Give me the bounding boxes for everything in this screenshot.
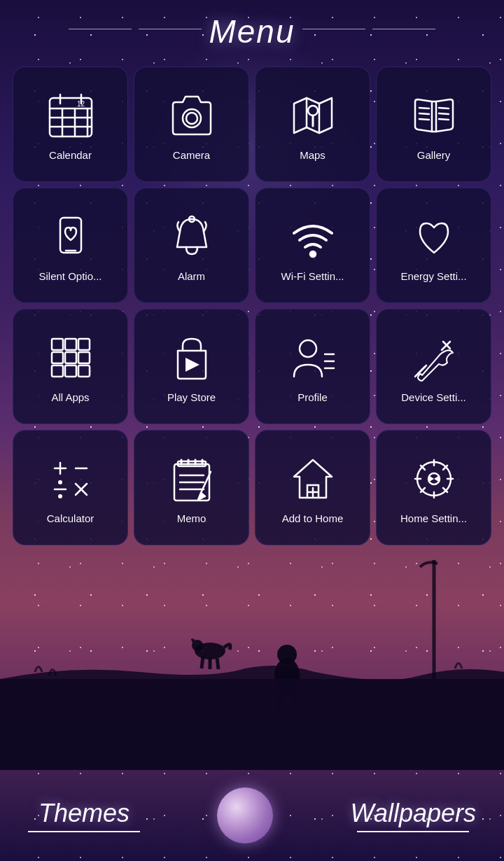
camera-label: Camera	[173, 149, 210, 162]
silent-icon	[43, 209, 99, 265]
wallpapers-underline	[357, 831, 469, 832]
gallery-app[interactable]: Gallery	[376, 66, 491, 182]
calendar-label: Calendar	[49, 149, 92, 162]
wifi-app[interactable]: Wi-Fi Settin...	[255, 188, 370, 303]
maps-icon	[285, 88, 341, 144]
alarm-app[interactable]: Alarm	[134, 188, 249, 303]
energy-label: Energy Setti...	[400, 270, 466, 283]
svg-marker-47	[186, 358, 200, 372]
title-right-line	[302, 29, 365, 29]
maps-label: Maps	[300, 149, 326, 162]
themes-underline	[28, 831, 140, 832]
main-content: Menu 12	[0, 0, 504, 861]
silent-app[interactable]: Silent Optio...	[13, 188, 128, 303]
calendar-app[interactable]: 12 Calendar	[13, 66, 128, 182]
allapps-label: All Apps	[51, 391, 89, 404]
devicesettings-app[interactable]: Device Setti...	[376, 309, 491, 424]
profile-icon	[285, 330, 341, 386]
playstore-icon	[164, 330, 220, 386]
camera-app[interactable]: Camera	[134, 66, 249, 182]
svg-rect-46	[78, 365, 90, 377]
svg-point-37	[310, 251, 316, 257]
svg-rect-44	[52, 365, 63, 377]
svg-line-30	[419, 119, 429, 120]
calculator-label: Calculator	[47, 512, 94, 525]
themes-label: Themes	[38, 799, 130, 828]
wallpapers-label: Wallpapers	[351, 799, 476, 828]
calendar-icon: 12	[43, 88, 99, 144]
add-to-home-icon	[285, 451, 341, 507]
wifi-icon	[285, 209, 341, 265]
svg-line-29	[419, 113, 429, 114]
profile-app[interactable]: Profile	[255, 309, 370, 424]
svg-line-33	[439, 119, 449, 120]
homesettings-app[interactable]: Home Settin...	[376, 430, 491, 545]
profile-label: Profile	[298, 391, 328, 404]
gallery-label: Gallery	[417, 149, 451, 162]
addtohome-app[interactable]: Add to Home	[255, 430, 370, 545]
addtohome-label: Add to Home	[282, 512, 344, 525]
gallery-icon	[406, 88, 462, 144]
moon-button[interactable]	[217, 788, 273, 844]
memo-icon	[164, 451, 220, 507]
devicesettings-label: Device Setti...	[401, 391, 466, 404]
svg-point-60	[58, 480, 62, 484]
wallpapers-button[interactable]: Wallpapers	[351, 799, 476, 832]
svg-point-48	[300, 340, 316, 357]
allapps-icon	[43, 330, 99, 386]
memo-app[interactable]: Memo	[134, 430, 249, 545]
svg-line-31	[439, 108, 449, 108]
svg-rect-38	[52, 339, 63, 350]
playstore-app[interactable]: Play Store	[134, 309, 249, 424]
maps-app[interactable]: Maps	[255, 66, 370, 182]
camera-icon	[164, 88, 220, 144]
svg-rect-39	[65, 339, 76, 350]
svg-point-25	[308, 106, 318, 115]
svg-rect-45	[65, 365, 76, 377]
energy-icon	[406, 209, 462, 265]
svg-line-54	[442, 342, 450, 350]
svg-rect-41	[52, 352, 63, 363]
wifi-label: Wi-Fi Settin...	[281, 270, 344, 283]
alarm-icon	[164, 209, 220, 265]
playstore-label: Play Store	[167, 391, 216, 404]
svg-point-22	[186, 113, 197, 124]
svg-line-28	[419, 108, 429, 108]
device-settings-icon	[406, 330, 462, 386]
bottom-bar: Themes Wallpapers	[0, 770, 504, 861]
alarm-label: Alarm	[178, 270, 205, 283]
svg-point-61	[58, 494, 62, 498]
calculator-app[interactable]: Calculator	[13, 430, 128, 545]
app-grid: 12 Calendar Camera	[7, 61, 497, 551]
energy-app[interactable]: Energy Setti...	[376, 188, 491, 303]
allapps-app[interactable]: All Apps	[13, 309, 128, 424]
memo-label: Memo	[177, 512, 206, 525]
calculator-icon	[43, 451, 99, 507]
svg-line-32	[439, 113, 449, 114]
menu-title: Menu	[209, 13, 295, 50]
svg-rect-42	[65, 352, 76, 363]
title-left-line	[139, 29, 202, 29]
silent-label: Silent Optio...	[38, 270, 102, 283]
svg-rect-43	[78, 352, 90, 363]
svg-text:12: 12	[77, 100, 85, 108]
homesettings-label: Home Settin...	[400, 512, 467, 525]
svg-rect-34	[60, 218, 81, 253]
svg-rect-40	[78, 339, 90, 350]
themes-button[interactable]: Themes	[28, 799, 140, 832]
menu-title-area: Menu	[69, 0, 435, 57]
home-settings-icon	[406, 451, 462, 507]
